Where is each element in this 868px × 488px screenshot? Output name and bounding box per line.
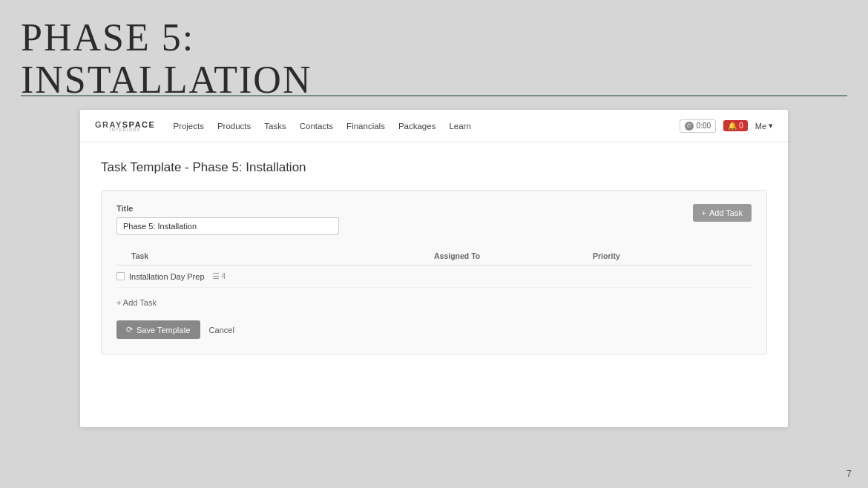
task-name-cell: Installation Day Prep ☰ 4	[116, 271, 428, 281]
save-label: Save Template	[137, 326, 191, 334]
nav-tasks[interactable]: Tasks	[264, 122, 286, 131]
add-task-button[interactable]: + Add Task	[693, 204, 752, 222]
table-row: Installation Day Prep ☰ 4	[116, 266, 752, 288]
form-section: Title + Add Task Task Assigned To Priori…	[101, 190, 767, 355]
notification-badge[interactable]: 🔔 0	[723, 120, 748, 131]
subtask-icon: ☰	[212, 271, 220, 281]
title-field-group: Title	[116, 204, 339, 235]
nav-packages[interactable]: Packages	[398, 122, 436, 131]
title-row: Title + Add Task	[116, 204, 752, 235]
main-panel: GRAYSPACE INTERIORS Projects Products Ta…	[80, 110, 788, 427]
nav-financials[interactable]: Financials	[346, 122, 385, 131]
timer-value: 0:00	[697, 122, 711, 130]
timer-icon: ⏱	[685, 122, 694, 131]
task-priority	[593, 266, 752, 288]
nav-links: Projects Products Tasks Contacts Financi…	[173, 122, 679, 131]
logo-sub: INTERIORS	[95, 128, 155, 132]
add-task-label: Add Task	[709, 208, 743, 217]
slide-title-line1: PHASE 5:	[21, 16, 194, 59]
task-assigned	[434, 266, 593, 288]
nav-contacts[interactable]: Contacts	[300, 122, 333, 131]
title-input[interactable]	[116, 217, 339, 235]
subtask-count: 4	[222, 272, 226, 280]
plus-icon: +	[702, 208, 706, 217]
page-title: Task Template - Phase 5: Installation	[101, 160, 767, 175]
slide-divider	[21, 95, 847, 96]
logo: GRAYSPACE INTERIORS	[95, 120, 155, 132]
add-task-inline[interactable]: + Add Task	[116, 295, 752, 310]
subtask-indicator: ☰ 4	[212, 271, 226, 281]
timer-badge[interactable]: ⏱ 0:00	[680, 119, 716, 133]
nav-right: ⏱ 0:00 🔔 0 Me ▾	[680, 119, 773, 133]
slide-title: PHASE 5: INSTALLATION	[21, 16, 312, 101]
title-label: Title	[116, 204, 339, 213]
page-content: Task Template - Phase 5: Installation Ti…	[80, 142, 788, 427]
notif-count: 0	[739, 122, 743, 130]
cancel-button[interactable]: Cancel	[209, 326, 234, 334]
task-name: Installation Day Prep	[129, 272, 205, 281]
me-label: Me	[755, 122, 766, 131]
form-footer: ⟳ Save Template Cancel	[116, 320, 752, 339]
me-menu[interactable]: Me ▾	[755, 121, 773, 131]
chevron-down-icon: ▾	[769, 121, 773, 131]
save-template-button[interactable]: ⟳ Save Template	[116, 320, 200, 339]
col-task: Task	[116, 247, 434, 266]
task-table: Task Assigned To Priority Installation D…	[116, 247, 752, 288]
page-number: 7	[846, 468, 852, 479]
col-assigned-to: Assigned To	[434, 247, 593, 266]
navbar: GRAYSPACE INTERIORS Projects Products Ta…	[80, 110, 788, 142]
nav-projects[interactable]: Projects	[173, 122, 204, 131]
save-icon: ⟳	[126, 325, 133, 334]
col-priority: Priority	[593, 247, 752, 266]
nav-learn[interactable]: Learn	[449, 122, 470, 131]
nav-products[interactable]: Products	[217, 122, 251, 131]
notif-icon: 🔔	[728, 122, 737, 130]
task-checkbox[interactable]	[116, 272, 125, 280]
